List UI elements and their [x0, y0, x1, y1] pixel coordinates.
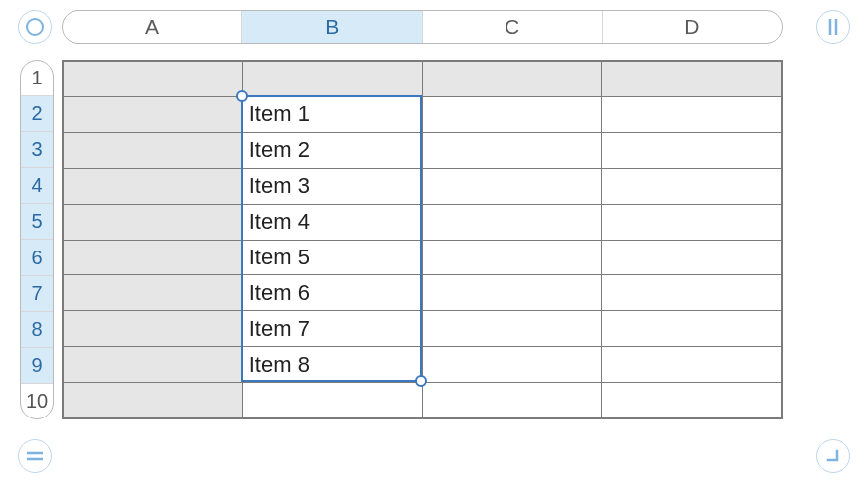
table-row: Item 4	[64, 205, 781, 241]
table-row: Item 7	[64, 311, 781, 347]
cell-c9[interactable]	[423, 347, 603, 382]
cell-b5[interactable]: Item 4	[243, 205, 423, 240]
rows-icon	[26, 449, 44, 463]
table-row: Item 1	[64, 97, 781, 133]
cell-d2[interactable]	[602, 97, 781, 132]
cell-b1[interactable]	[243, 62, 423, 96]
cell-b6[interactable]: Item 5	[243, 241, 423, 275]
add-row-button[interactable]	[18, 439, 52, 473]
cell-c1[interactable]	[423, 62, 603, 96]
svg-point-0	[27, 19, 43, 35]
column-header-a[interactable]: A	[63, 11, 242, 43]
cell-b9[interactable]: Item 8	[243, 347, 423, 382]
row-header-10[interactable]: 10	[21, 384, 53, 418]
cell-d5[interactable]	[602, 205, 781, 240]
row-header-3[interactable]: 3	[21, 132, 53, 168]
cell-a6[interactable]	[64, 241, 243, 275]
cell-a7[interactable]	[64, 275, 243, 310]
select-all-handle[interactable]	[18, 10, 52, 44]
column-header-c[interactable]: C	[423, 11, 603, 43]
cell-d8[interactable]	[602, 311, 781, 346]
cell-a2[interactable]	[64, 97, 243, 132]
row-header-7[interactable]: 7	[21, 276, 53, 312]
cell-a10[interactable]	[64, 383, 243, 418]
table-row: Item 6	[64, 275, 781, 311]
row-header-5[interactable]: 5	[21, 204, 53, 240]
resize-table-handle[interactable]	[816, 439, 850, 473]
table-row: Item 3	[64, 169, 781, 205]
add-column-button[interactable]	[816, 10, 850, 44]
row-header-1[interactable]: 1	[21, 61, 53, 96]
row-header-9[interactable]: 9	[21, 348, 53, 384]
cell-d1[interactable]	[602, 62, 781, 96]
cell-c5[interactable]	[423, 205, 603, 240]
column-headers: ABCD	[62, 10, 783, 44]
cell-c2[interactable]	[423, 97, 603, 132]
cell-d3[interactable]	[602, 133, 781, 168]
cell-a9[interactable]	[64, 347, 243, 382]
column-header-d[interactable]: D	[603, 11, 782, 43]
selection-handle-top-left[interactable]	[236, 90, 248, 102]
cell-c8[interactable]	[423, 311, 603, 346]
cell-d7[interactable]	[602, 275, 781, 310]
cell-b4[interactable]: Item 3	[243, 169, 423, 204]
columns-icon	[826, 18, 840, 36]
spreadsheet-grid: Item 1Item 2Item 3Item 4Item 5Item 6Item…	[62, 60, 783, 419]
row-header-2[interactable]: 2	[21, 96, 53, 132]
row-header-6[interactable]: 6	[21, 240, 53, 275]
cell-d6[interactable]	[602, 241, 781, 275]
cell-c10[interactable]	[423, 383, 603, 418]
cell-a4[interactable]	[64, 169, 243, 204]
column-header-b[interactable]: B	[242, 11, 422, 43]
cell-a1[interactable]	[64, 62, 243, 96]
row-header-4[interactable]: 4	[21, 168, 53, 204]
cell-a5[interactable]	[64, 205, 243, 240]
cell-b2[interactable]: Item 1	[243, 97, 423, 132]
circle-icon	[25, 17, 45, 37]
cell-c6[interactable]	[423, 241, 603, 275]
cell-d10[interactable]	[602, 383, 781, 418]
cell-c4[interactable]	[423, 169, 603, 204]
row-header-8[interactable]: 8	[21, 312, 53, 348]
cell-d9[interactable]	[602, 347, 781, 382]
cell-b3[interactable]: Item 2	[243, 133, 423, 168]
table-row	[64, 383, 781, 418]
row-headers: 12345678910	[20, 60, 54, 419]
cell-c3[interactable]	[423, 133, 603, 168]
table-row: Item 5	[64, 241, 781, 276]
cell-a3[interactable]	[64, 133, 243, 168]
table-row: Item 2	[64, 133, 781, 169]
cell-b7[interactable]: Item 6	[243, 275, 423, 310]
corner-icon	[825, 448, 841, 464]
cell-b10[interactable]	[243, 383, 423, 418]
table-row	[64, 62, 781, 97]
cell-b8[interactable]: Item 7	[243, 311, 423, 346]
cell-d4[interactable]	[602, 169, 781, 204]
cell-c7[interactable]	[423, 275, 603, 310]
cell-a8[interactable]	[64, 311, 243, 346]
